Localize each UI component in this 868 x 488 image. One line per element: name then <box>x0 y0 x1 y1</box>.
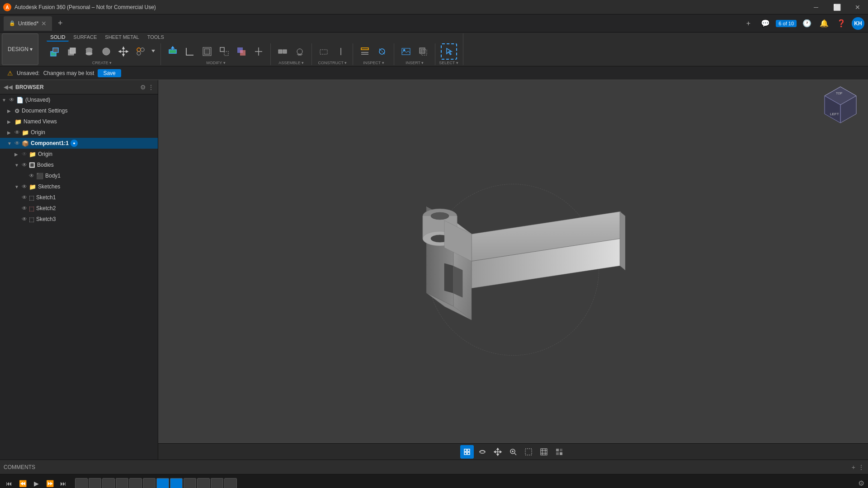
tab-surface[interactable]: SURFACE <box>70 33 100 42</box>
timeline-frame[interactable] <box>143 478 156 488</box>
comments-add-icon[interactable]: + <box>852 464 855 471</box>
tree-item-sketches[interactable]: ▼ 👁 📁 Sketches <box>0 181 158 192</box>
maximize-button[interactable]: ⬜ <box>826 0 847 14</box>
visibility-icon[interactable]: 👁 <box>14 129 20 136</box>
pan-button[interactable] <box>491 445 505 459</box>
tree-item-named-views[interactable]: ▶ 📁 Named Views <box>0 116 158 127</box>
tree-item-body1[interactable]: 👁 ⬛ Body1 <box>0 170 158 181</box>
save-button[interactable]: Save <box>98 69 121 77</box>
timeline-frame[interactable] <box>184 478 196 488</box>
create-box-button[interactable] <box>64 43 80 60</box>
tree-item-bodies[interactable]: ▼ 👁 🔳 Bodies <box>0 160 158 170</box>
tree-item-doc-settings[interactable]: ▶ ⚙ Document Settings <box>0 105 158 116</box>
visibility-icon[interactable]: 👁 <box>22 183 27 190</box>
clock-icon[interactable]: 🕐 <box>800 17 814 30</box>
timeline-start-button[interactable]: ⏮ <box>4 478 14 488</box>
timeline-settings-icon[interactable]: ⚙ <box>858 479 864 488</box>
tree-item-sketch3[interactable]: 👁 ⬚ Sketch3 <box>0 214 158 225</box>
design-mode-button[interactable]: DESIGN ▾ <box>2 33 38 65</box>
timeline-next-button[interactable]: ⏩ <box>44 478 55 488</box>
user-avatar[interactable]: KH <box>852 17 864 30</box>
inspect-measure-button[interactable] <box>357 43 373 60</box>
document-tab[interactable]: 🔒 Untitled* ✕ <box>4 16 52 31</box>
close-button[interactable]: ✕ <box>847 0 868 14</box>
tree-item-origin-component[interactable]: ▶ 👁 📁 Origin <box>0 149 158 160</box>
grid-button[interactable] <box>537 445 551 459</box>
create-dropdown-button[interactable] <box>150 43 157 60</box>
create-sphere-button[interactable] <box>98 43 114 60</box>
help-icon[interactable]: ❓ <box>835 17 848 30</box>
select-button[interactable] <box>441 43 457 60</box>
construct-axis-button[interactable] <box>333 43 349 60</box>
timeline-frame[interactable] <box>102 478 115 488</box>
tree-item-component1[interactable]: ▼ 👁 📦 Component1:1 ● <box>0 138 158 149</box>
timeline-frame-active[interactable] <box>170 478 183 488</box>
tab-close-button[interactable]: ✕ <box>41 20 47 27</box>
modify-press-pull-button[interactable] <box>165 43 181 60</box>
timeline-frame[interactable] <box>129 478 142 488</box>
visibility-icon[interactable]: 👁 <box>9 97 14 103</box>
construct-plane-button[interactable] <box>316 43 332 60</box>
timeline-end-button[interactable]: ⏭ <box>58 478 69 488</box>
visibility-icon[interactable]: 👁 <box>22 162 27 168</box>
tab-tools[interactable]: TOOLS <box>144 33 168 42</box>
assemble-ground-button[interactable] <box>292 43 308 60</box>
visual-style-button[interactable] <box>552 445 566 459</box>
visibility-icon[interactable]: 👁 <box>22 194 27 201</box>
timeline-play-button[interactable]: ▶ <box>31 478 42 488</box>
tree-item-sketch1[interactable]: 👁 ⬚ Sketch1 <box>0 192 158 203</box>
notifications-icon[interactable]: 🔔 <box>817 17 831 30</box>
main-toolbar-section: SOLID SURFACE SHEET METAL TOOLS <box>44 33 463 65</box>
timeline-frame[interactable] <box>89 478 101 488</box>
modify-scale-button[interactable] <box>216 43 232 60</box>
tree-item-root[interactable]: ▼ 👁 📄 (Unsaved) <box>0 94 158 105</box>
inspect-section-button[interactable] <box>374 43 390 60</box>
minimize-button[interactable]: ─ <box>806 0 826 14</box>
modify-combine-button[interactable] <box>233 43 250 60</box>
modify-more-button[interactable] <box>250 43 267 60</box>
canvas-area[interactable]: LEFT TOP <box>158 80 868 460</box>
tab-solid[interactable]: SOLID <box>47 33 69 42</box>
visibility-icon[interactable]: 👁 <box>22 216 27 222</box>
orbit-button[interactable] <box>476 445 489 459</box>
tab-sheet-metal[interactable]: SHEET METAL <box>101 33 142 42</box>
timeline-frame[interactable] <box>224 478 237 488</box>
comments-more-icon[interactable]: ⋮ <box>858 464 864 471</box>
create-extrude-button[interactable] <box>47 43 63 60</box>
main-layout: ◀◀ BROWSER ⚙ ⋮ ▼ 👁 📄 (Unsaved) ▶ ⚙ Docum… <box>0 80 868 460</box>
snap-button[interactable] <box>460 445 474 459</box>
tree-item-sketch2[interactable]: 👁 ⬚ Sketch2 <box>0 203 158 214</box>
visibility-icon[interactable]: 👁 <box>22 151 27 157</box>
tree-label: Origin <box>38 151 52 157</box>
document-counter[interactable]: 6 of 10 <box>776 20 797 27</box>
visibility-icon[interactable]: 👁 <box>14 140 20 146</box>
zoom-button[interactable] <box>506 445 520 459</box>
collapse-browser-button[interactable]: ◀◀ <box>4 84 13 90</box>
timeline-frame[interactable] <box>75 478 88 488</box>
create-cylinder-button[interactable] <box>81 43 97 60</box>
view-cube[interactable]: LEFT TOP <box>820 84 861 127</box>
add-tab-button[interactable]: + <box>54 17 66 30</box>
timeline-prev-button[interactable]: ⏪ <box>17 478 28 488</box>
assemble-joint-button[interactable] <box>274 43 291 60</box>
timeline-frame[interactable] <box>116 478 128 488</box>
browser-settings-icon[interactable]: ⚙ <box>140 84 146 91</box>
add-document-button[interactable]: + <box>741 17 755 30</box>
browser-title: BROWSER <box>15 84 137 90</box>
chat-icon[interactable]: 💬 <box>759 17 772 30</box>
timeline-frame[interactable] <box>211 478 223 488</box>
modify-shell-button[interactable] <box>199 43 215 60</box>
timeline-frame[interactable] <box>197 478 210 488</box>
visibility-icon[interactable]: 👁 <box>22 205 27 211</box>
svg-rect-25 <box>220 47 224 52</box>
timeline-frame-active[interactable] <box>156 478 169 488</box>
create-move-button[interactable] <box>115 43 132 60</box>
insert-decal-button[interactable] <box>415 43 431 60</box>
tree-item-origin[interactable]: ▶ 👁 📁 Origin <box>0 127 158 138</box>
insert-image-button[interactable] <box>398 43 414 60</box>
browser-more-icon[interactable]: ⋮ <box>148 84 154 91</box>
create-pattern-button[interactable] <box>132 43 149 60</box>
display-mode-button[interactable] <box>522 445 535 459</box>
modify-fillet-button[interactable] <box>182 43 198 60</box>
visibility-icon[interactable]: 👁 <box>29 173 34 179</box>
